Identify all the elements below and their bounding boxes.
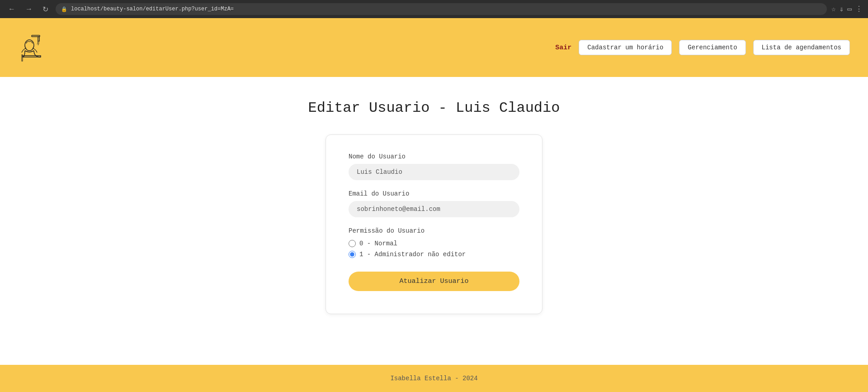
name-label: Nome do Usuario <box>349 153 519 160</box>
lista-agendamentos-btn[interactable]: Lista de agendamentos <box>753 40 850 55</box>
svg-rect-3 <box>38 37 39 41</box>
lock-icon: 🔒 <box>61 6 67 12</box>
name-form-group: Nome do Usuario <box>349 153 519 180</box>
menu-icon[interactable]: ⋮ <box>855 5 863 14</box>
reload-button[interactable]: ↻ <box>40 3 51 15</box>
cadastrar-horario-btn[interactable]: Cadastrar um horário <box>579 40 672 55</box>
site-header: Sair Cadastrar um horário Gerenciamento … <box>0 18 868 77</box>
permission-admin-label: 1 - Administrador não editor <box>359 251 466 258</box>
site-footer: Isabella Estella - 2024 <box>0 365 868 392</box>
permission-label: Permissão do Usuario <box>349 227 519 234</box>
permission-normal-option[interactable]: 0 - Normal <box>349 240 519 247</box>
email-input[interactable] <box>349 201 519 217</box>
email-label: Email do Usuario <box>349 190 519 197</box>
extend-icon[interactable]: ▭ <box>847 5 852 14</box>
svg-rect-1 <box>22 55 23 61</box>
permission-admin-option[interactable]: 1 - Administrador não editor <box>349 251 519 258</box>
browser-actions: ☆ ⇓ ▭ ⋮ <box>831 5 863 14</box>
gerenciamento-btn[interactable]: Gerenciamento <box>679 40 745 55</box>
submit-button[interactable]: Atualizar Usuario <box>349 272 519 291</box>
sair-button[interactable]: Sair <box>555 44 571 52</box>
logo-icon <box>18 31 54 62</box>
url-text: localhost/beauty-salon/editarUser.php?us… <box>71 6 234 12</box>
back-button[interactable]: ← <box>5 3 18 15</box>
footer-text: Isabella Estella - 2024 <box>390 375 477 382</box>
logo-area <box>18 31 555 65</box>
permission-normal-radio[interactable] <box>349 240 356 247</box>
name-input[interactable] <box>349 164 519 180</box>
address-bar[interactable]: 🔒 localhost/beauty-salon/editarUser.php?… <box>56 3 827 15</box>
permission-admin-radio[interactable] <box>349 251 356 258</box>
form-card: Nome do Usuario Email do Usuario Permiss… <box>326 134 542 314</box>
star-icon[interactable]: ☆ <box>831 5 836 14</box>
permission-form-group: Permissão do Usuario 0 - Normal 1 - Admi… <box>349 227 519 258</box>
nav-area: Sair Cadastrar um horário Gerenciamento … <box>555 40 850 55</box>
download-icon[interactable]: ⇓ <box>840 5 844 14</box>
main-content: Editar Usuario - Luis Claudio Nome do Us… <box>0 77 868 365</box>
browser-chrome: ← → ↻ 🔒 localhost/beauty-salon/editarUse… <box>0 0 868 18</box>
forward-button[interactable]: → <box>23 3 35 15</box>
email-form-group: Email do Usuario <box>349 190 519 217</box>
permission-normal-label: 0 - Normal <box>359 240 397 247</box>
page-title: Editar Usuario - Luis Claudio <box>308 100 560 116</box>
